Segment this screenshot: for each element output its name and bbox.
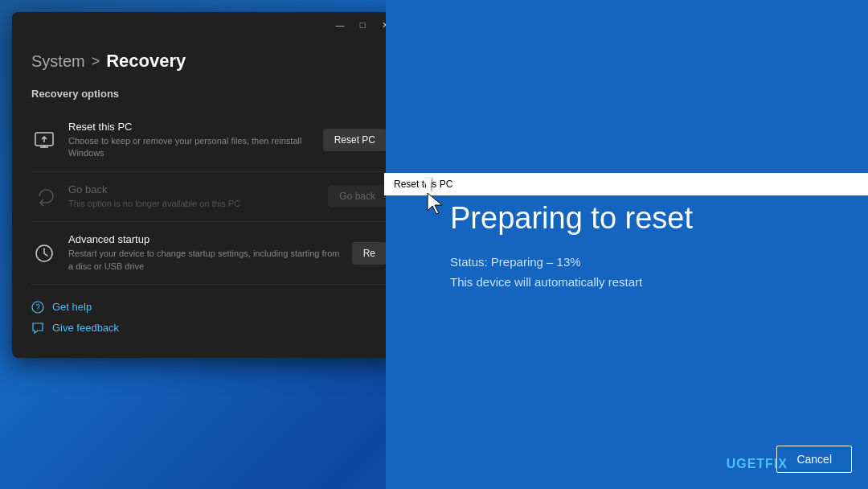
cancel-button[interactable]: Cancel bbox=[776, 446, 852, 473]
reset-pc-icon bbox=[31, 127, 57, 153]
advanced-startup-icon bbox=[31, 240, 57, 266]
advanced-startup-text: Advanced startup Restart your device to … bbox=[68, 233, 341, 273]
go-back-button: Go back bbox=[328, 185, 387, 208]
go-back-icon bbox=[31, 183, 57, 209]
svg-text:?: ? bbox=[35, 303, 40, 312]
go-back-option: Go back This option is no longer availab… bbox=[31, 172, 387, 222]
get-help-link[interactable]: ? Get help bbox=[31, 301, 387, 314]
advanced-startup-button[interactable]: Re bbox=[352, 242, 387, 265]
reset-tooltip: Reset this PC bbox=[384, 173, 868, 195]
section-title: Recovery options bbox=[31, 88, 387, 100]
feedback-icon bbox=[31, 322, 44, 335]
advanced-startup-description: Restart your device to change startup se… bbox=[68, 248, 341, 273]
breadcrumb-separator: > bbox=[92, 53, 100, 70]
help-icon: ? bbox=[31, 301, 44, 314]
go-back-text: Go back This option is no longer availab… bbox=[68, 183, 317, 210]
status-text: Status: Preparing – 13% bbox=[450, 255, 804, 269]
reset-pc-text: Reset this PC Choose to keep or remove y… bbox=[68, 121, 312, 160]
give-feedback-link[interactable]: Give feedback bbox=[31, 322, 387, 335]
settings-window: — □ ✕ System > Recovery Recovery options bbox=[12, 12, 406, 358]
watermark: UGETFIX bbox=[727, 457, 788, 471]
maximize-button[interactable]: □ bbox=[351, 17, 374, 33]
go-back-title: Go back bbox=[68, 183, 317, 195]
advanced-startup-title: Advanced startup bbox=[68, 233, 341, 245]
reset-pc-option: Reset this PC Choose to keep or remove y… bbox=[31, 109, 387, 172]
reset-pc-button[interactable]: Reset PC bbox=[323, 129, 387, 151]
reset-progress-screen: Preparing to reset Status: Preparing – 1… bbox=[386, 0, 868, 489]
go-back-description: This option is no longer available on th… bbox=[68, 198, 317, 210]
title-bar: — □ ✕ bbox=[12, 12, 406, 38]
give-feedback-label: Give feedback bbox=[52, 322, 119, 334]
preparing-title: Preparing to reset bbox=[450, 201, 804, 236]
minimize-button[interactable]: — bbox=[329, 17, 351, 33]
restart-note: This device will automatically restart bbox=[450, 275, 804, 289]
advanced-startup-option: Advanced startup Restart your device to … bbox=[31, 222, 387, 285]
breadcrumb-recovery: Recovery bbox=[106, 51, 186, 72]
reset-content: Preparing to reset Status: Preparing – 1… bbox=[386, 0, 868, 489]
get-help-label: Get help bbox=[52, 301, 92, 313]
tooltip-text: Reset this PC bbox=[394, 179, 452, 190]
reset-pc-title: Reset this PC bbox=[68, 121, 312, 133]
footer-links: ? Get help Give feedback bbox=[31, 301, 387, 335]
breadcrumb: System > Recovery bbox=[31, 51, 387, 72]
breadcrumb-system: System bbox=[31, 52, 85, 71]
window-content: System > Recovery Recovery options Reset… bbox=[12, 38, 406, 358]
reset-pc-description: Choose to keep or remove your personal f… bbox=[68, 135, 312, 160]
